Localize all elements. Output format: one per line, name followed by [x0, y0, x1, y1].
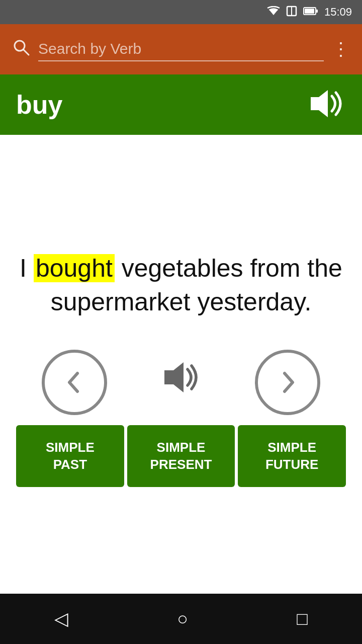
previous-button[interactable] — [42, 350, 107, 415]
simple-present-button[interactable]: SIMPLEPRESENT — [127, 425, 235, 488]
verb-title: buy — [16, 90, 306, 120]
svg-marker-0 — [269, 10, 278, 15]
svg-rect-4 — [305, 9, 314, 14]
sentence-before: I — [20, 254, 34, 282]
speaker-icon-header[interactable] — [306, 86, 346, 123]
sentence-highlight: bought — [34, 254, 115, 282]
simple-past-button[interactable]: SIMPLEPAST — [16, 425, 124, 488]
search-icon — [12, 38, 30, 60]
more-options-icon[interactable]: ⋮ — [332, 40, 350, 58]
home-button[interactable]: ○ — [177, 608, 188, 629]
simple-future-button[interactable]: SIMPLEFUTURE — [238, 425, 346, 488]
bottom-nav: ◁ ○ □ — [0, 594, 362, 644]
svg-rect-5 — [316, 10, 318, 13]
svg-line-7 — [24, 50, 29, 55]
controls-row — [16, 350, 346, 415]
tense-buttons: SIMPLEPAST SIMPLEPRESENT SIMPLEFUTURE — [16, 425, 346, 488]
battery-icon — [303, 7, 318, 18]
speaker-icon-middle[interactable] — [158, 357, 204, 407]
next-button[interactable] — [255, 350, 320, 415]
status-bar: 15:09 — [0, 0, 362, 24]
svg-marker-9 — [164, 362, 184, 392]
wifi-icon — [267, 6, 280, 19]
sim-icon — [286, 6, 297, 19]
recent-apps-button[interactable]: □ — [297, 608, 308, 629]
main-content: I bought vegetables from the supermarket… — [0, 135, 362, 594]
verb-header: buy — [0, 74, 362, 135]
sentence-display: I bought vegetables from the supermarket… — [16, 252, 346, 319]
search-input[interactable] — [38, 37, 324, 61]
back-button[interactable]: ◁ — [54, 608, 68, 629]
time-display: 15:09 — [324, 6, 352, 19]
search-bar: ⋮ — [0, 24, 362, 74]
svg-marker-8 — [311, 90, 328, 117]
